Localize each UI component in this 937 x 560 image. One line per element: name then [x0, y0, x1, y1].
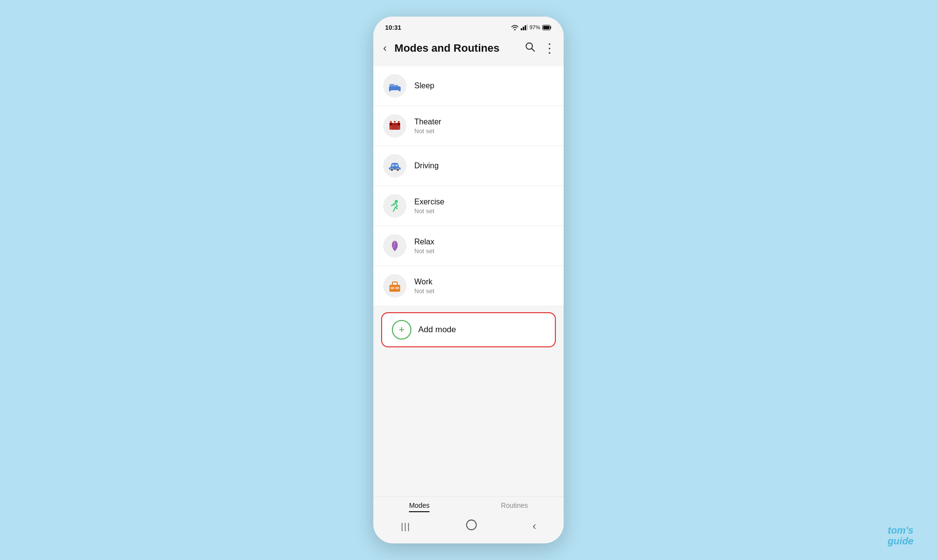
status-time: 10:31 [385, 24, 401, 31]
watermark: tom's guide [888, 525, 914, 546]
theater-info: Theater Not set [414, 118, 441, 135]
svg-rect-27 [390, 287, 394, 289]
svg-point-22 [396, 168, 399, 171]
sleep-info: Sleep [414, 81, 434, 90]
search-icon[interactable] [525, 41, 535, 55]
driving-info: Driving [414, 161, 439, 170]
top-bar: ‹ Modes and Routines ⋮ [373, 36, 564, 62]
relax-icon-wrap [383, 234, 407, 258]
theater-name: Theater [414, 118, 441, 126]
svg-rect-16 [395, 123, 397, 130]
watermark-line1: tom's [888, 525, 914, 536]
work-icon-wrap [383, 274, 407, 298]
svg-rect-11 [389, 90, 391, 91]
driving-icon [388, 161, 402, 171]
sleep-icon [388, 80, 401, 91]
svg-rect-3 [527, 24, 528, 30]
status-icons: 97% [511, 24, 552, 30]
relax-info: Relax Not set [414, 238, 434, 255]
plus-icon: + [399, 323, 405, 336]
tab-modes-label: Modes [409, 501, 429, 512]
add-mode-section: + Add mode [373, 306, 564, 353]
nav-bar: ||| ‹ [373, 514, 564, 543]
home-button[interactable] [466, 519, 477, 534]
svg-point-18 [394, 121, 396, 122]
theater-status: Not set [414, 127, 441, 135]
mode-item-relax[interactable]: Relax Not set [373, 226, 564, 265]
exercise-icon [388, 200, 401, 212]
svg-rect-24 [395, 164, 398, 166]
work-name: Work [414, 278, 434, 286]
wifi-icon [511, 24, 519, 30]
exercise-status: Not set [414, 207, 444, 215]
work-status: Not set [414, 287, 434, 295]
mode-item-work[interactable]: Work Not set [373, 266, 564, 305]
relax-status: Not set [414, 247, 434, 255]
work-info: Work Not set [414, 278, 434, 295]
relax-icon [389, 240, 401, 252]
tab-routines[interactable]: Routines [491, 501, 538, 511]
driving-name: Driving [414, 161, 439, 170]
signal-icon [521, 24, 528, 30]
svg-rect-2 [525, 25, 526, 30]
status-bar: 10:31 97% [373, 17, 564, 36]
svg-rect-0 [521, 28, 522, 30]
tab-routines-label: Routines [501, 501, 528, 511]
exercise-icon-wrap [383, 194, 407, 218]
driving-icon-wrap [383, 154, 407, 178]
mode-item-theater[interactable]: Theater Not set [373, 106, 564, 145]
exercise-info: Exercise Not set [414, 198, 444, 215]
svg-rect-23 [392, 164, 394, 166]
svg-rect-9 [389, 84, 394, 88]
svg-point-29 [467, 520, 476, 530]
svg-point-21 [390, 168, 393, 171]
svg-rect-14 [389, 123, 400, 125]
more-options-icon[interactable]: ⋮ [543, 42, 556, 55]
mode-item-sleep[interactable]: Sleep [373, 66, 564, 105]
top-bar-actions: ⋮ [525, 41, 556, 55]
recent-apps-button[interactable]: ||| [401, 521, 410, 532]
sleep-icon-wrap [383, 74, 407, 98]
add-mode-label: Add mode [418, 325, 456, 335]
tab-modes[interactable]: Modes [399, 501, 439, 512]
back-nav-button[interactable]: ‹ [532, 520, 536, 533]
theater-icon [388, 121, 401, 131]
sleep-name: Sleep [414, 81, 434, 90]
svg-point-17 [390, 121, 392, 123]
svg-rect-15 [392, 123, 394, 130]
add-mode-icon: + [392, 320, 411, 340]
work-icon [388, 280, 401, 292]
mode-item-exercise[interactable]: Exercise Not set [373, 186, 564, 225]
back-button[interactable]: ‹ [381, 40, 388, 57]
svg-rect-1 [523, 27, 524, 30]
svg-rect-5 [543, 26, 550, 29]
battery-icon [542, 25, 552, 30]
page-title: Modes and Routines [394, 42, 519, 55]
svg-rect-10 [394, 85, 398, 88]
exercise-name: Exercise [414, 198, 444, 206]
watermark-line2: guide [888, 536, 914, 546]
svg-rect-28 [395, 287, 399, 289]
mode-item-driving[interactable]: Driving [373, 146, 564, 185]
svg-point-25 [395, 200, 398, 203]
svg-line-7 [532, 49, 535, 52]
bottom-tabs: Modes Routines [373, 496, 564, 514]
relax-name: Relax [414, 238, 434, 246]
battery-percent: 97% [530, 24, 540, 30]
phone-frame: 10:31 97% ‹ M [373, 17, 564, 543]
content-area: Sleep Theater Not set [373, 62, 564, 496]
add-mode-button[interactable]: + Add mode [381, 312, 556, 347]
theater-icon-wrap [383, 114, 407, 138]
svg-rect-12 [399, 90, 401, 91]
svg-point-19 [398, 121, 400, 123]
